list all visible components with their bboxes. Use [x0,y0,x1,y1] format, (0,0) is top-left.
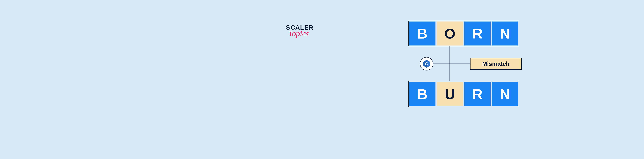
letter-cell: B [408,82,436,107]
c-hexagon-icon: C [422,60,431,68]
letter-cell: N [491,82,519,107]
word-top-row: B O R N [408,20,519,46]
letter-cell-highlight: U [436,82,464,107]
letter-cell: R [464,82,491,107]
word-bottom-row: B U R N [408,81,519,107]
letter-cell: B [408,21,436,46]
scaler-topics-logo: SCALER Topics [286,24,314,37]
letter-cell: N [491,21,519,46]
svg-text:C: C [425,62,428,66]
connector-section: C Mismatch [408,46,519,81]
string-comparison-diagram: B O R N C Mismatch B U R N [408,20,519,107]
letter-cell-highlight: O [436,21,464,46]
c-language-badge: C [420,57,433,70]
mismatch-label: Mismatch [470,58,522,70]
letter-cell: R [464,21,491,46]
